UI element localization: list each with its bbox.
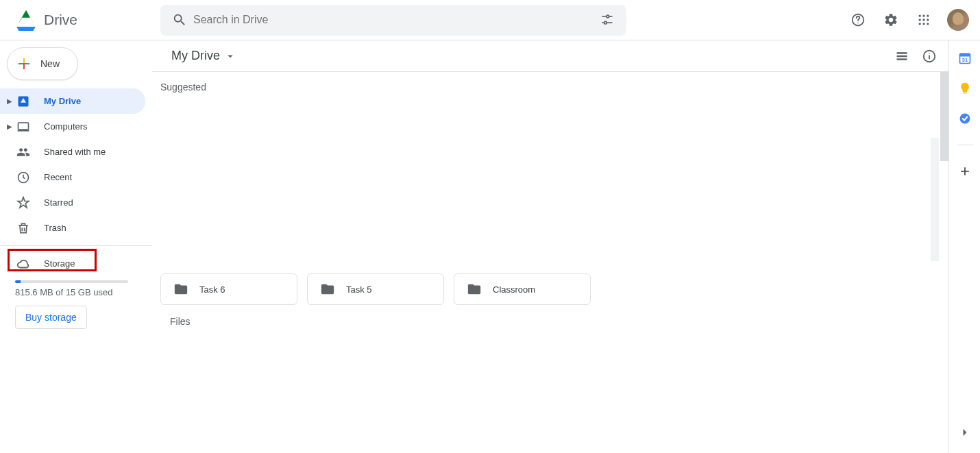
divider [957, 145, 973, 145]
svg-point-15 [919, 19, 921, 21]
recent-icon [15, 169, 32, 186]
divider [0, 245, 152, 246]
chevron-right-icon[interactable]: ▶ [5, 97, 14, 105]
filter-icon[interactable] [593, 6, 621, 34]
folder-name: Classroom [493, 284, 535, 295]
sidebar-item-label: Computers [44, 121, 88, 132]
svg-rect-23 [25, 63, 29, 64]
svg-rect-22 [19, 63, 23, 64]
folder-item[interactable]: Classroom [454, 273, 591, 305]
main-body: Suggested Task 6 Task 5 [152, 72, 948, 453]
folders-row: Task 6 Task 5 Classroom [160, 273, 936, 305]
new-button-label: New [40, 58, 60, 69]
sidebar-item-my-drive[interactable]: ▶ My Drive [0, 88, 145, 114]
svg-point-17 [927, 19, 929, 21]
side-panel: 31 [948, 40, 980, 453]
svg-rect-35 [963, 93, 966, 94]
sidebar-item-label: Starred [44, 197, 73, 208]
buy-storage-button[interactable]: Buy storage [15, 306, 87, 329]
main-content: My Drive Suggested [152, 40, 948, 453]
sidebar-item-label: Trash [44, 223, 66, 233]
plus-icon [16, 56, 32, 72]
folder-item[interactable]: Task 5 [307, 273, 444, 305]
svg-point-13 [922, 15, 924, 17]
avatar[interactable] [947, 9, 969, 31]
svg-rect-27 [897, 52, 907, 54]
search-input[interactable] [193, 14, 593, 26]
sidebar-item-label: Recent [44, 172, 72, 182]
main-header: My Drive [152, 40, 948, 72]
info-icon[interactable] [916, 42, 943, 70]
svg-point-18 [919, 23, 921, 25]
app-title: Drive [44, 12, 77, 28]
my-drive-icon [15, 93, 32, 110]
svg-point-14 [927, 15, 929, 17]
search-bar [160, 5, 626, 36]
svg-point-20 [927, 23, 929, 25]
computers-icon [15, 119, 32, 135]
suggested-label: Suggested [160, 82, 936, 93]
search-icon[interactable] [166, 6, 193, 34]
sidebar: New ▶ My Drive ▶ Computers Shared with m… [0, 40, 152, 453]
files-label: Files [170, 316, 936, 327]
storage-bar [15, 280, 128, 283]
shared-icon [15, 144, 32, 160]
drive-logo-section[interactable]: Drive [8, 6, 160, 34]
svg-rect-24 [23, 64, 25, 69]
starred-icon [15, 195, 32, 211]
calendar-icon[interactable]: 31 [958, 51, 972, 65]
sidebar-item-trash[interactable]: Trash [0, 215, 145, 241]
location-dropdown[interactable]: My Drive [166, 46, 242, 66]
svg-rect-33 [959, 53, 970, 56]
svg-rect-28 [897, 55, 907, 57]
sidebar-item-label: Storage [44, 258, 75, 269]
suggested-area [160, 93, 936, 271]
svg-point-12 [919, 15, 921, 17]
tasks-icon[interactable] [958, 112, 972, 125]
folder-name: Task 6 [199, 284, 225, 295]
header-actions [844, 6, 969, 34]
chevron-right-icon[interactable] [951, 419, 979, 446]
sidebar-item-label: My Drive [44, 96, 81, 106]
drive-logo-icon [12, 6, 40, 34]
help-icon[interactable] [844, 6, 872, 34]
storage-used-text: 815.6 MB of 15 GB used [15, 287, 152, 297]
svg-rect-21 [23, 58, 25, 63]
folder-icon [173, 282, 188, 297]
apps-icon[interactable] [910, 6, 938, 34]
svg-rect-29 [897, 58, 907, 60]
svg-point-16 [922, 19, 924, 21]
add-icon[interactable] [958, 164, 972, 178]
sidebar-item-computers[interactable]: ▶ Computers [0, 114, 145, 139]
svg-point-11 [857, 23, 858, 23]
svg-point-19 [922, 23, 924, 25]
folder-icon [320, 282, 335, 297]
folder-item[interactable]: Task 6 [160, 273, 297, 305]
keep-icon[interactable] [958, 82, 972, 95]
folder-icon [467, 282, 482, 297]
sidebar-item-storage[interactable]: Storage [0, 251, 138, 276]
trash-icon [15, 220, 32, 236]
sidebar-item-starred[interactable]: Starred [0, 190, 145, 215]
sidebar-item-label: Shared with me [44, 147, 106, 157]
sidebar-item-recent[interactable]: Recent [0, 164, 145, 190]
header: Drive [0, 0, 980, 40]
svg-rect-8 [607, 22, 612, 23]
svg-point-31 [929, 53, 929, 53]
location-text: My Drive [171, 49, 220, 63]
svg-text:31: 31 [961, 57, 967, 63]
scrollbar[interactable] [931, 138, 939, 261]
scrollbar[interactable] [940, 72, 948, 161]
svg-marker-3 [16, 27, 36, 31]
list-view-icon[interactable] [888, 42, 916, 70]
cloud-icon [15, 256, 32, 272]
settings-icon[interactable] [877, 6, 905, 34]
folder-name: Task 5 [346, 284, 372, 295]
new-button[interactable]: New [7, 47, 78, 80]
chevron-down-icon [224, 50, 236, 62]
chevron-right-icon[interactable]: ▶ [5, 123, 14, 130]
svg-rect-25 [19, 123, 29, 130]
sidebar-item-shared[interactable]: Shared with me [0, 139, 145, 164]
